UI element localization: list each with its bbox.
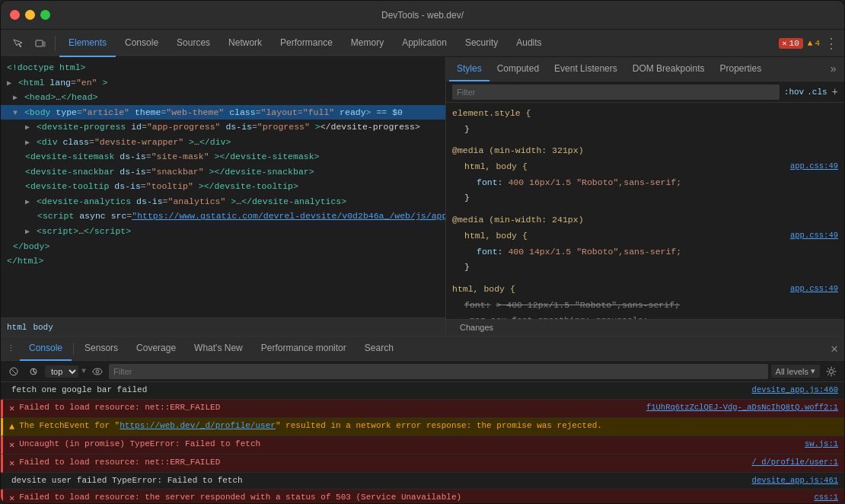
dropdown-arrow-icon: ▾ (811, 366, 815, 376)
device-toolbar-button[interactable] (30, 33, 51, 53)
console-tab-whats-new[interactable]: What's New (185, 337, 252, 361)
msg-source-2[interactable]: f1UhRq6tzZclQEJ-Vdg-_aDsNcIhQ8tQ.woff2:1 (646, 401, 838, 414)
body-selected-line[interactable]: ▼ <body type="article" theme="web-theme"… (1, 105, 445, 120)
clear-console-button[interactable] (5, 363, 22, 380)
error-icon: ✕ (783, 39, 787, 48)
msg-source-4[interactable]: sw.js:1 (747, 438, 838, 451)
console-tab-perf-monitor[interactable]: Performance monitor (252, 337, 356, 361)
window-title: DevTools - web.dev/ (381, 10, 464, 21)
console-tab-console[interactable]: Console (20, 337, 72, 361)
log-level-dropdown[interactable]: All levels ▾ (771, 365, 820, 378)
css-rule-html-body: app.css:49 html, body { font: > 400 12px… (452, 282, 838, 319)
breadcrumb-html[interactable]: html (7, 323, 27, 332)
traffic-lights (10, 10, 50, 20)
breadcrumb-bar: html body (1, 317, 445, 336)
error-icon-1: ✕ (9, 402, 14, 416)
tab-event-listeners[interactable]: Event Listeners (547, 57, 625, 81)
tab-computed[interactable]: Computed (489, 57, 547, 81)
tab-security[interactable]: Security (456, 30, 507, 57)
maximize-button[interactable] (40, 10, 50, 20)
console-msg-err-failed-1: ✕ Failed to load resource: net::ERR_FAIL… (1, 400, 844, 418)
eye-button[interactable] (89, 363, 106, 380)
minimize-button[interactable] (25, 10, 35, 20)
rule-321-close: } (452, 190, 838, 206)
hov-cls-buttons: :hov .cls (784, 88, 827, 97)
styles-filter-bar: :hov .cls + (446, 81, 844, 103)
inspect-element-button[interactable] (7, 33, 28, 53)
console-messages: fetch one google bar failed devsite_app.… (1, 382, 844, 503)
msg-source-6[interactable]: devsite_app.js:461 (747, 474, 838, 487)
error-icon-3: ✕ (9, 457, 14, 471)
console-filter-input[interactable] (109, 364, 768, 379)
more-options-button[interactable]: ⋮ (824, 35, 838, 52)
html-close-line: </html> (1, 254, 445, 269)
hov-button[interactable]: :hov (784, 88, 804, 97)
body-end-line: </body> (1, 239, 445, 254)
console-tab-search[interactable]: Search (356, 337, 403, 361)
changes-tab[interactable]: Changes (452, 323, 501, 332)
toolbar-right: ✕ 10 ▲ 4 ⋮ (779, 35, 838, 52)
svg-point-8 (96, 370, 99, 373)
tab-network[interactable]: Network (219, 30, 271, 57)
doctype-line: <!doctype html> (1, 60, 445, 75)
console-msg-err-failed-2: ✕ Failed to load resource: net::ERR_FAIL… (1, 455, 844, 473)
console-drag-handle[interactable]: ⋮ (7, 343, 15, 353)
rule-241-close: } (452, 260, 838, 276)
tab-dom-breakpoints[interactable]: DOM Breakpoints (625, 57, 713, 81)
svg-point-9 (830, 369, 834, 373)
console-msg-devsite-user: devsite user failed TypeError: Failed to… (1, 473, 844, 490)
tab-application[interactable]: Application (393, 30, 456, 57)
add-style-rule-button[interactable]: + (832, 86, 838, 98)
warning-badge: ▲ 4 (808, 39, 820, 48)
devtools-window: DevTools - web.dev/ Elements Console Sou… (0, 0, 845, 504)
cls-button[interactable]: .cls (807, 88, 827, 97)
msg-source-7[interactable]: css:1 (747, 491, 838, 503)
console-close-button[interactable]: ✕ (831, 341, 838, 356)
tab-properties[interactable]: Properties (712, 57, 769, 81)
tab-console[interactable]: Console (116, 30, 167, 57)
svg-point-7 (93, 368, 102, 375)
tab-audits[interactable]: Audits (507, 30, 550, 57)
error-badge: ✕ 10 (779, 38, 803, 49)
media-query-321: @media (min-width: 321px) (452, 143, 838, 159)
element-style-rule: element.style { } (452, 106, 838, 137)
tab-memory[interactable]: Memory (342, 30, 393, 57)
rule-body-selector: app.css:49 html, body { (452, 282, 838, 298)
error-icon-4: ✕ (9, 492, 14, 503)
console-tab-sep-1 (73, 343, 74, 355)
console-tab-coverage[interactable]: Coverage (127, 337, 185, 361)
devsite-analytics-line: ▶ <devsite-analytics ds-is="analytics" >… (1, 194, 445, 209)
preserve-log-button[interactable] (25, 363, 42, 380)
tab-styles[interactable]: Styles (449, 57, 489, 81)
msg-source-1[interactable]: devsite_app.js:460 (747, 384, 838, 397)
tab-elements[interactable]: Elements (59, 30, 116, 57)
msg-source-5[interactable]: / d/profile/user:1 (747, 456, 838, 469)
elements-tree: <!doctype html> ▶ <html lang="en" > ▶ <h… (1, 57, 445, 317)
devsite-progress-line: ▶ <devsite-progress id="app-progress" ds… (1, 120, 445, 135)
dropdown-chevron-icon: ▼ (81, 367, 86, 375)
div-devsite-wrapper-line: ▶ <div class="devsite-wrapper" >…</div> (1, 135, 445, 150)
html-open-line: ▶ <html lang="en" > (1, 75, 445, 91)
tab-performance[interactable]: Performance (271, 30, 342, 57)
rule-body-moz: -moz-osx-font-smoothing: grayscale; (452, 313, 838, 319)
svg-line-6 (33, 372, 36, 373)
styles-tab-bar: Styles Computed Event Listeners DOM Brea… (446, 57, 844, 81)
styles-content: element.style { } @media (min-width: 321… (446, 103, 844, 319)
devsite-sitemask-line: <devsite-sitemask ds-is="site-mask" ></d… (1, 149, 445, 164)
console-settings-button[interactable] (823, 363, 840, 380)
console-msg-fetch-google: fetch one google bar failed devsite_app.… (1, 382, 844, 400)
rule-241-font: font: 400 14px/1.5 "Roboto",sans-serif; (452, 244, 838, 260)
context-selector[interactable]: top (45, 365, 78, 378)
styles-filter-input[interactable] (452, 85, 780, 100)
console-tab-sensors[interactable]: Sensors (75, 337, 127, 361)
rule-321-selector: app.css:49 html, body { (452, 159, 838, 175)
svg-rect-0 (36, 40, 43, 46)
tab-sources[interactable]: Sources (167, 30, 219, 57)
close-button[interactable] (10, 10, 20, 20)
styles-more-button[interactable]: » (826, 63, 841, 75)
css-rule-media-321: @media (min-width: 321px) app.css:49 htm… (452, 143, 838, 206)
console-panel: ⋮ Console Sensors Coverage What's New Pe… (1, 336, 844, 503)
breadcrumb-body[interactable]: body (33, 323, 53, 332)
body-close-line: ▶ <script>…</script> (1, 224, 445, 239)
main-content: <!doctype html> ▶ <html lang="en" > ▶ <h… (1, 57, 844, 336)
